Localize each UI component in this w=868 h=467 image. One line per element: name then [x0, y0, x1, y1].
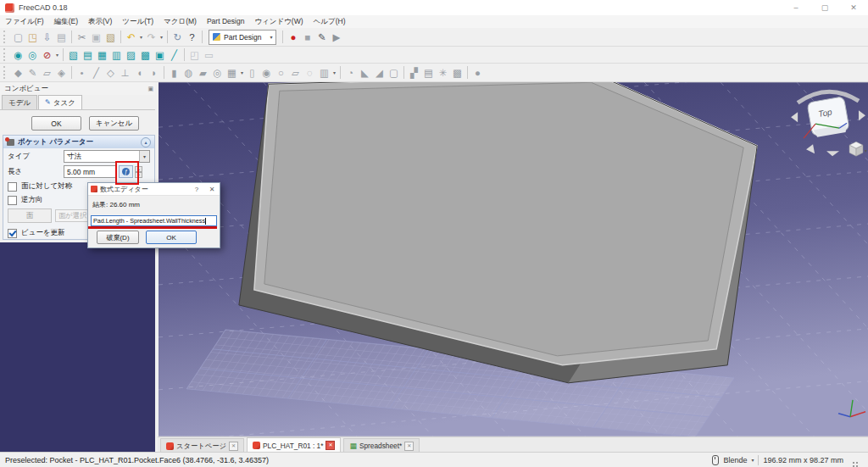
fit-all-icon[interactable]: ◉ — [11, 47, 25, 62]
view-axonometric-icon[interactable]: ▧ — [66, 47, 81, 62]
groove-icon[interactable]: ○ — [274, 65, 288, 80]
copy-icon[interactable]: ▣ — [89, 30, 103, 44]
minimize-button[interactable]: – — [782, 0, 810, 15]
menu-view[interactable]: 表示(V) — [83, 15, 117, 28]
whats-this-icon[interactable]: ? — [185, 30, 199, 44]
toolbar-drag-handle[interactable] — [3, 66, 8, 79]
discard-button[interactable]: 破棄(D) — [97, 231, 139, 244]
undo-dropdown-caret[interactable]: ▾ — [138, 30, 144, 44]
length-input[interactable]: 5.00 mm — [64, 165, 117, 178]
refresh-icon[interactable]: ↻ — [170, 30, 185, 44]
redo-dropdown-caret[interactable]: ▾ — [159, 30, 164, 44]
view-bottom-icon[interactable]: ▩ — [138, 47, 153, 62]
create-body-icon[interactable]: ◆ — [11, 65, 25, 80]
maximize-button[interactable]: ▢ — [810, 0, 839, 15]
face-button[interactable]: 面 — [8, 208, 52, 223]
additive-pipe-icon[interactable]: ◎ — [210, 65, 225, 80]
close-icon[interactable]: ✕ — [204, 186, 220, 193]
workbench-selector[interactable]: Part Design ▾ — [209, 30, 276, 45]
view-rear-icon[interactable]: ▨ — [124, 47, 138, 62]
menu-tools[interactable]: ツール(T) — [117, 15, 159, 28]
menu-file[interactable]: ファイル(F) — [0, 15, 49, 28]
additive-primitive-icon[interactable]: ▦ — [225, 65, 239, 80]
close-tab-icon[interactable]: ✕ — [326, 441, 335, 450]
separator[interactable] — [164, 66, 164, 79]
close-button[interactable]: ✕ — [839, 0, 868, 15]
subtractive-pipe-icon[interactable]: ◌ — [303, 65, 317, 80]
box-zoom-icon[interactable]: ◎ — [25, 47, 40, 62]
measure-distance-icon[interactable]: ╱ — [167, 47, 181, 62]
draw-style-caret[interactable]: ▾ — [54, 47, 60, 62]
cancel-button[interactable]: キャンセル — [89, 116, 139, 131]
paste-icon[interactable]: ▧ — [103, 30, 118, 44]
ok-button[interactable]: OK — [31, 116, 81, 131]
resize-grip[interactable] — [851, 457, 858, 464]
menu-macro[interactable]: マクロ(M) — [159, 15, 202, 28]
update-view-checkbox[interactable] — [8, 229, 17, 238]
additive-loft-icon[interactable]: ▰ — [196, 65, 210, 80]
linear-pattern-icon[interactable]: ▤ — [421, 65, 436, 80]
open-file-icon[interactable]: ◳ — [25, 30, 40, 44]
polar-pattern-icon[interactable]: ✳ — [436, 65, 450, 80]
toolbar-drag-handle[interactable] — [3, 48, 8, 61]
3d-viewport[interactable]: Top ▾ — [159, 82, 868, 436]
help-button[interactable]: ? — [189, 186, 204, 193]
fillet-icon[interactable]: ◔ — [343, 65, 358, 80]
separator[interactable] — [71, 31, 72, 43]
view-right-icon[interactable]: ▥ — [109, 47, 124, 62]
collapse-icon[interactable]: ▴ — [141, 137, 151, 147]
navcube-mini-cube[interactable] — [849, 142, 863, 156]
view-left-icon[interactable]: ▣ — [153, 47, 167, 62]
separator[interactable] — [403, 66, 404, 79]
tab-plc-hat-r01[interactable]: PLC_HAT_R01 : 1* ✕ — [247, 437, 341, 453]
subtractive-loft-icon[interactable]: ▱ — [288, 65, 303, 80]
thickness-icon[interactable]: ▢ — [387, 65, 401, 80]
view-top-icon[interactable]: ▦ — [95, 47, 109, 62]
formula-dialog-titlebar[interactable]: 数式エディター ? ✕ — [88, 183, 220, 196]
cut-icon[interactable]: ✂ — [75, 30, 89, 44]
subtractive-dropdown-caret[interactable]: ▾ — [331, 65, 337, 80]
pocket-parameters-header[interactable]: ポケット パラメーター ▴ — [3, 136, 154, 148]
separator[interactable] — [120, 31, 121, 43]
separator[interactable] — [184, 48, 185, 61]
reversed-checkbox[interactable] — [8, 196, 17, 205]
macro-edit-icon[interactable]: ✎ — [314, 30, 329, 44]
edit-sketch-icon[interactable]: ▱ — [40, 65, 54, 80]
nav-style-selector[interactable]: Blende — [723, 456, 747, 464]
close-tab-icon[interactable]: ✕ — [404, 442, 414, 451]
datum-plane-icon[interactable]: ◇ — [103, 65, 118, 80]
datum-point-icon[interactable]: • — [75, 65, 89, 80]
open-gray-icon[interactable]: ▭ — [202, 47, 216, 62]
tab-task[interactable]: ✎ タスク — [38, 95, 82, 109]
revolution-icon[interactable]: ◍ — [181, 65, 196, 80]
save-file-icon[interactable]: ⇩ — [40, 30, 54, 44]
local-cs-icon[interactable]: ⊥ — [118, 65, 132, 80]
toolbar-drag-handle[interactable] — [3, 31, 8, 43]
print-icon[interactable]: ▤ — [54, 30, 69, 44]
additive-dropdown-caret[interactable]: ▾ — [239, 65, 245, 80]
boolean-icon[interactable]: ● — [470, 65, 485, 80]
hole-icon[interactable]: ◉ — [259, 65, 274, 80]
separator[interactable] — [167, 31, 168, 43]
navcube-menu-caret[interactable]: ▾ — [865, 148, 867, 153]
draw-style-icon[interactable]: ⊘ — [40, 47, 54, 62]
create-sketch-icon[interactable]: ✎ — [25, 65, 40, 80]
tab-spreadsheet[interactable]: ▦ Spreadsheet* ✕ — [343, 438, 420, 453]
tab-start-page[interactable]: スタートページ ✕ — [160, 438, 244, 453]
menu-window[interactable]: ウィンドウ(W) — [249, 15, 308, 28]
separator[interactable] — [467, 66, 468, 79]
view-front-icon[interactable]: ▤ — [81, 47, 95, 62]
tab-model[interactable]: モデル — [2, 95, 37, 109]
datum-line-icon[interactable]: ╱ — [89, 65, 103, 80]
menu-help[interactable]: ヘルプ(H) — [309, 15, 351, 28]
export-icon[interactable]: ◰ — [187, 47, 202, 62]
shape-binder-icon[interactable]: ◖ — [132, 65, 147, 80]
float-dock-icon[interactable]: ▣ — [147, 86, 153, 92]
menu-partdesign[interactable]: Part Design — [202, 15, 249, 28]
multitransform-icon[interactable]: ▩ — [450, 65, 465, 80]
draft-icon[interactable]: ◢ — [372, 65, 387, 80]
macro-play-icon[interactable]: ▶ — [329, 30, 343, 44]
formula-ok-button[interactable]: OK — [146, 231, 197, 244]
undo-icon[interactable]: ↶ — [124, 30, 138, 44]
redo-icon[interactable]: ↷ — [144, 30, 159, 44]
